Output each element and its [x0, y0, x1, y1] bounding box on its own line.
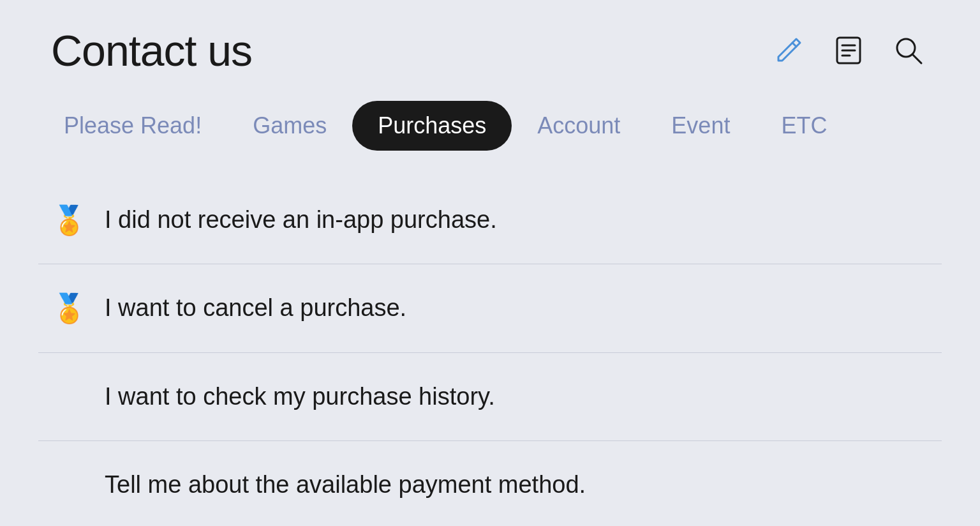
list-item[interactable]: Tell me about the available payment meth…	[38, 441, 942, 526]
tab-games[interactable]: Games	[227, 101, 352, 151]
list-item[interactable]: 🏅 I did not receive an in-app purchase.	[38, 176, 942, 264]
item-text-4: Tell me about the available payment meth…	[105, 469, 586, 500]
tab-event[interactable]: Event	[646, 101, 755, 151]
item-text-2: I want to cancel a purchase.	[105, 292, 406, 324]
list-icon[interactable]	[828, 30, 869, 71]
page-container: Contact us	[0, 0, 980, 526]
item-text-1: I did not receive an in-app purchase.	[105, 204, 497, 236]
tab-etc[interactable]: ETC	[755, 101, 852, 151]
tab-please-read[interactable]: Please Read!	[38, 101, 227, 151]
list-container: 🏅 I did not receive an in-app purchase. …	[0, 176, 980, 526]
tab-account[interactable]: Account	[512, 101, 646, 151]
edit-icon[interactable]	[768, 30, 809, 71]
tabs-container: Please Read! Games Purchases Account Eve…	[0, 94, 980, 163]
tab-purchases[interactable]: Purchases	[352, 101, 512, 151]
page-title: Contact us	[51, 26, 252, 75]
list-item[interactable]: I want to check my purchase history.	[38, 353, 942, 441]
list-item[interactable]: 🏅 I want to cancel a purchase.	[38, 264, 942, 352]
header: Contact us	[0, 0, 980, 94]
medal-icon-1: 🏅	[51, 206, 87, 234]
svg-line-5	[912, 54, 921, 63]
header-icons	[768, 30, 929, 71]
search-icon[interactable]	[888, 30, 929, 71]
medal-icon-2: 🏅	[51, 294, 87, 322]
item-text-3: I want to check my purchase history.	[105, 381, 495, 412]
